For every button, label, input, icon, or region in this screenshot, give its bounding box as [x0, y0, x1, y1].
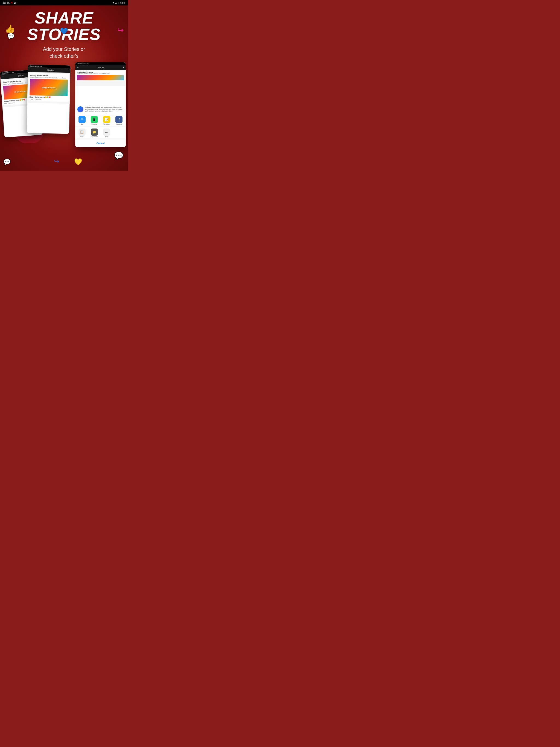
chat-green-icon: 💬	[7, 33, 15, 40]
chat-red-icon: 💬	[3, 159, 11, 166]
cancel-button[interactable]: Cancel	[77, 140, 124, 146]
whatsapp-icon: 📱	[91, 116, 98, 123]
phone3-header: ← Stories +	[75, 65, 126, 70]
phones-container: Carrier 10:32 AM ← Stories @party with F…	[0, 62, 128, 155]
battery-percent: 58%	[120, 1, 125, 4]
gallery-icon: 🖼	[14, 1, 17, 4]
phone2-story-actions: 1 Like Comments	[29, 98, 68, 101]
whatsapp-label: WhatsApp	[91, 124, 97, 125]
heart-yellow-icon: 💛	[74, 158, 82, 166]
page-title: SHARE STORIES	[27, 10, 101, 43]
signal-icon: ▲	[115, 1, 117, 4]
phone2-body: @party with Friends Posted by Davide on …	[27, 72, 70, 104]
share-row-1: ✉ Mail 📱 WhatsApp 📝 Add t	[75, 114, 126, 127]
add-story-icon[interactable]: +	[123, 66, 124, 69]
phone2-story-image: Happy Birthday	[29, 79, 68, 96]
battery-icon: ○	[118, 1, 120, 4]
phone-mockup-2: Carrier 10:32 AM ← Stories @party with F…	[27, 65, 70, 134]
share-item-whatsapp[interactable]: 📱 WhatsApp	[88, 116, 100, 125]
chat-blue-icon: 💬	[114, 151, 124, 160]
notes-label: Add to Notes	[103, 124, 110, 125]
heart-cyan-icon: 💙	[60, 27, 68, 35]
status-bar: 18:46 N 🖼 ▾ ▲ ○ 58%	[0, 0, 128, 5]
wifi-icon: ▾	[113, 1, 114, 4]
copy-icon: 📋	[78, 129, 85, 136]
status-right: ▾ ▲ ○ 58%	[113, 1, 125, 4]
phone2-like-btn[interactable]: 1 Like	[29, 98, 33, 100]
share-item-empty	[113, 129, 125, 137]
share-item-files[interactable]: 📁 Save to Files	[88, 129, 100, 137]
copy-label: Copy	[80, 136, 83, 137]
ios-share-sheet: ⋯ AirDrop. Share instantly with people n…	[75, 105, 126, 147]
back-arrow-2-icon: ←	[29, 69, 32, 71]
phone3-status: Carrier 10:33 AM	[75, 62, 126, 65]
share-item-facebook[interactable]: f Facebook	[113, 116, 125, 125]
phone2-story-card: @party with Friends Posted by Davide on …	[28, 73, 69, 102]
share-blue-icon: ↪	[54, 157, 59, 165]
time: 18:46	[3, 1, 9, 4]
phone-mockup-3: Carrier 10:33 AM ← Stories + @party with…	[75, 62, 126, 147]
share-pink-icon: ↪	[117, 26, 124, 35]
mail-icon: ✉	[78, 116, 85, 123]
page-subtitle: Add your Stories orcheck other's	[43, 46, 85, 60]
more-label: More	[105, 136, 108, 137]
phone1-like-btn[interactable]: Like	[4, 103, 7, 104]
status-left: 18:46 N 🖼	[3, 1, 17, 4]
share-item-mail[interactable]: ✉ Mail	[76, 116, 87, 125]
airdrop-icon: ⋯	[77, 106, 83, 112]
more-icon: •••	[103, 129, 110, 136]
files-label: Save to Files	[91, 136, 98, 137]
share-item-more[interactable]: ••• More	[101, 129, 112, 137]
phone1-comments-btn[interactable]: Comments	[8, 102, 15, 104]
share-item-copy[interactable]: 📋 Copy	[76, 129, 87, 137]
phone3-story-image	[77, 75, 124, 80]
thumbs-up-icon: 👍	[5, 24, 15, 34]
share-row-2: 📋 Copy 📁 Save to Files •••	[75, 127, 126, 139]
phone3-story-area: @party with Friends Posted by Davide on …	[75, 70, 126, 86]
mail-label: Mail	[81, 124, 83, 125]
share-item-notes[interactable]: 📝 Add to Notes	[101, 116, 112, 125]
netflix-icon: N	[11, 1, 12, 4]
airdrop-text: AirDrop. Share instantly with people nea…	[85, 106, 124, 112]
notes-icon: 📝	[103, 116, 110, 123]
phone3-story-preview: @party with Friends Posted by Davide on …	[76, 71, 125, 81]
back-arrow-3-icon: ←	[77, 66, 79, 69]
facebook-label: Facebook	[116, 124, 122, 125]
back-arrow-icon: ←	[2, 76, 4, 78]
phone2-comments-btn[interactable]: Comments	[35, 98, 41, 100]
airdrop-section: ⋯ AirDrop. Share instantly with people n…	[75, 105, 126, 114]
files-icon: 📁	[91, 129, 98, 136]
facebook-icon: f	[116, 116, 123, 123]
